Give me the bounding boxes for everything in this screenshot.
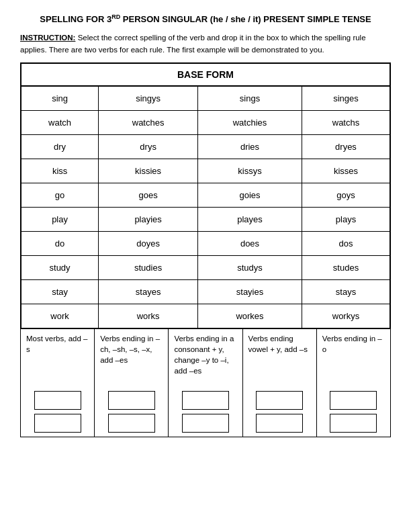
bottom-col-1: Verbs ending in –ch, –sh, –s, –x, add –e… xyxy=(95,329,169,437)
drop-box[interactable] xyxy=(108,391,155,410)
drop-box[interactable] xyxy=(34,414,81,433)
table-row: dodoyesdoesdos xyxy=(21,231,390,255)
table-cell: work xyxy=(21,304,99,328)
table-cell: stayies xyxy=(198,279,302,304)
drop-boxes xyxy=(100,386,163,433)
table-row: drydrysdriesdryes xyxy=(21,134,390,159)
drop-boxes xyxy=(26,386,89,433)
table-cell: dos xyxy=(302,231,390,255)
table-cell: kissies xyxy=(99,159,198,183)
table-cell: dry xyxy=(21,134,99,159)
table-cell: stay xyxy=(21,279,99,304)
table-cell: play xyxy=(21,207,99,231)
table-cell: singys xyxy=(99,86,198,111)
drop-box[interactable] xyxy=(256,391,303,410)
bottom-col-text: Verbs ending in –ch, –sh, –s, –x, add –e… xyxy=(100,333,163,365)
table-cell: go xyxy=(21,183,99,207)
table-cell: kiss xyxy=(21,159,99,183)
page-title: SPELLING FOR 3RD PERSON SINGULAR (he / s… xyxy=(20,13,391,24)
table-cell: workes xyxy=(198,304,302,328)
table-row: playplayiesplayesplays xyxy=(21,207,390,231)
table-cell: sings xyxy=(198,86,302,111)
table-row: singsingyssingssinges xyxy=(21,86,390,111)
bottom-col-text: Most verbs, add –s xyxy=(26,333,89,355)
table-row: kisskissieskissyskisses xyxy=(21,159,390,183)
table-row: studystudiesstudysstudes xyxy=(21,255,390,279)
table-cell: drys xyxy=(99,134,198,159)
table-cell: playies xyxy=(99,207,198,231)
table-cell: goys xyxy=(302,183,390,207)
table-cell: plays xyxy=(302,207,390,231)
drop-boxes xyxy=(248,386,311,433)
drop-boxes xyxy=(322,386,385,433)
table-cell: does xyxy=(198,231,302,255)
table-cell: sing xyxy=(21,86,99,111)
bottom-col-4: Verbs ending in –o xyxy=(317,329,390,437)
bottom-col-0: Most verbs, add –s xyxy=(21,329,95,437)
table-cell: dryes xyxy=(302,134,390,159)
table-cell: doyes xyxy=(99,231,198,255)
table-cell: goies xyxy=(198,183,302,207)
table-cell: kissys xyxy=(198,159,302,183)
table-cell: watchs xyxy=(302,110,390,134)
table-cell: stays xyxy=(302,279,390,304)
table-row: gogoesgoiesgoys xyxy=(21,183,390,207)
table-row: staystayesstayiesstays xyxy=(21,279,390,304)
drop-box[interactable] xyxy=(330,414,377,433)
drop-box[interactable] xyxy=(34,391,81,410)
table-row: watchwatcheswatchieswatchs xyxy=(21,110,390,134)
table-cell: works xyxy=(99,304,198,328)
main-table: BASE FORM singsingyssingssingeswatchwatc… xyxy=(20,62,391,329)
bottom-section: Most verbs, add –sVerbs ending in –ch, –… xyxy=(20,329,391,437)
drop-box[interactable] xyxy=(330,391,377,410)
table-cell: singes xyxy=(302,86,390,111)
table-header: BASE FORM xyxy=(21,63,390,86)
instruction-block: INSTRUCTION: Select the correct spelling… xyxy=(20,32,391,56)
bottom-col-3: Verbs ending vowel + y, add –s xyxy=(243,329,317,437)
table-cell: do xyxy=(21,231,99,255)
table-cell: studys xyxy=(198,255,302,279)
table-cell: kisses xyxy=(302,159,390,183)
bottom-col-text: Verbs ending in a consonant + y, change … xyxy=(174,333,236,376)
drop-box[interactable] xyxy=(182,391,229,410)
table-cell: watch xyxy=(21,110,99,134)
bottom-col-2: Verbs ending in a consonant + y, change … xyxy=(169,329,242,437)
table-cell: studies xyxy=(99,255,198,279)
drop-box[interactable] xyxy=(256,414,303,433)
table-cell: study xyxy=(21,255,99,279)
table-cell: dries xyxy=(198,134,302,159)
table-cell: watches xyxy=(99,110,198,134)
drop-boxes xyxy=(174,386,236,433)
drop-box[interactable] xyxy=(108,414,155,433)
table-cell: workys xyxy=(302,304,390,328)
table-cell: stayes xyxy=(99,279,198,304)
instruction-label: INSTRUCTION: xyxy=(20,34,75,42)
table-cell: watchies xyxy=(198,110,302,134)
table-cell: goes xyxy=(99,183,198,207)
table-row: workworksworkesworkys xyxy=(21,304,390,328)
bottom-col-text: Verbs ending in –o xyxy=(322,333,385,355)
drop-box[interactable] xyxy=(182,414,229,433)
table-cell: playes xyxy=(198,207,302,231)
table-cell: studes xyxy=(302,255,390,279)
bottom-col-text: Verbs ending vowel + y, add –s xyxy=(248,333,311,355)
